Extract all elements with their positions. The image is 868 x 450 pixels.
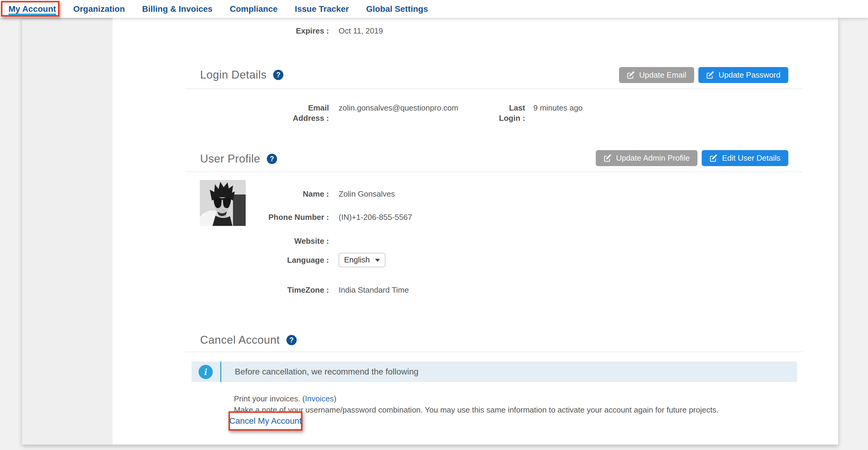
email-address-label: Email Address : bbox=[185, 103, 329, 123]
help-icon[interactable]: ? bbox=[267, 154, 277, 164]
language-cell: English bbox=[339, 253, 385, 267]
timezone-label: TimeZone : bbox=[185, 285, 329, 295]
info-icon: i bbox=[198, 365, 213, 379]
name-label: Name : bbox=[185, 189, 329, 199]
section-divider bbox=[185, 352, 803, 352]
last-login-value: 9 minutes ago bbox=[533, 103, 583, 113]
update-admin-profile-button[interactable]: Update Admin Profile bbox=[596, 150, 698, 166]
phone-number-value: (IN)+1-206-855-5567 bbox=[339, 212, 412, 222]
invoices-line: Print your invoices. (Invoices) bbox=[234, 393, 719, 404]
edit-icon bbox=[706, 71, 714, 79]
update-email-button[interactable]: Update Email bbox=[619, 67, 694, 83]
sidebar-panel bbox=[22, 18, 113, 445]
login-details-section-title: Login Details ? bbox=[200, 68, 283, 81]
section-divider bbox=[185, 172, 803, 172]
edit-icon bbox=[710, 154, 717, 162]
expires-label: Expires : bbox=[185, 26, 329, 36]
cancellation-instructions: Print your invoices. (Invoices) Make a n… bbox=[234, 393, 719, 416]
main-panel: Expires : Oct 11, 2019 Login Details ? U… bbox=[113, 18, 838, 445]
tab-compliance[interactable]: Compliance bbox=[230, 0, 278, 18]
last-login-label: Last Login : bbox=[480, 103, 525, 123]
timezone-row: TimeZone : India Standard Time bbox=[185, 285, 803, 295]
top-navigation: My Account Organization Billing & Invoic… bbox=[0, 0, 868, 18]
tab-issue-tracker[interactable]: Issue Tracker bbox=[295, 0, 349, 18]
content-card: Expires : Oct 11, 2019 Login Details ? U… bbox=[22, 18, 838, 445]
help-icon[interactable]: ? bbox=[286, 335, 297, 345]
email-row: Email Address : zolin.gonsalves@question… bbox=[185, 103, 803, 123]
website-label: Website : bbox=[185, 236, 329, 246]
cancel-account-section-title: Cancel Account ? bbox=[200, 334, 297, 347]
caret-down-icon bbox=[375, 259, 380, 262]
expires-row: Expires : Oct 11, 2019 bbox=[185, 26, 803, 36]
notice-text: Before cancellation, we recommend the fo… bbox=[235, 367, 418, 377]
website-row: Website : bbox=[185, 236, 803, 246]
edit-user-details-button[interactable]: Edit User Details bbox=[702, 150, 788, 166]
tab-my-account-label: My Account bbox=[8, 4, 56, 14]
phone-number-label: Phone Number : bbox=[185, 212, 329, 222]
update-password-button[interactable]: Update Password bbox=[699, 67, 788, 83]
language-select[interactable]: English bbox=[339, 253, 385, 267]
last-login-group: Last Login : 9 minutes ago bbox=[480, 103, 583, 123]
invoices-link[interactable]: Invoices bbox=[305, 394, 334, 403]
cancel-my-account-link[interactable]: Cancel My Account bbox=[229, 416, 302, 426]
edit-icon bbox=[627, 71, 635, 79]
tab-my-account[interactable]: My Account bbox=[8, 0, 56, 18]
timezone-value: India Standard Time bbox=[339, 285, 409, 295]
tab-billing-invoices[interactable]: Billing & Invoices bbox=[142, 0, 213, 18]
active-tab-indicator bbox=[8, 13, 56, 16]
edit-icon bbox=[603, 154, 612, 162]
language-selected-value: English bbox=[344, 254, 370, 265]
tab-organization[interactable]: Organization bbox=[73, 0, 125, 18]
language-label: Language : bbox=[185, 255, 329, 265]
name-row: Name : Zolin Gonsalves bbox=[185, 189, 803, 199]
user-profile-section-title: User Profile ? bbox=[200, 152, 277, 165]
tab-global-settings[interactable]: Global Settings bbox=[366, 0, 428, 18]
help-icon[interactable]: ? bbox=[273, 70, 283, 80]
cancellation-notice-box: i Before cancellation, we recommend the … bbox=[192, 361, 797, 382]
annotation-box-cancel-account: Cancel My Account bbox=[228, 411, 302, 431]
name-value: Zolin Gonsalves bbox=[339, 189, 395, 199]
user-profile-actions: Update Admin Profile Edit User Details bbox=[596, 150, 788, 166]
language-row: Language : English bbox=[185, 253, 803, 267]
expires-value: Oct 11, 2019 bbox=[339, 26, 383, 36]
page: My Account Organization Billing & Invoic… bbox=[0, 0, 868, 450]
section-divider bbox=[185, 89, 803, 89]
notice-vertical-divider bbox=[220, 361, 221, 382]
email-address-value: zolin.gonsalves@questionpro.com bbox=[339, 103, 458, 113]
note-line: Make a note of your username/password co… bbox=[234, 404, 719, 416]
phone-row: Phone Number : (IN)+1-206-855-5567 bbox=[185, 212, 803, 222]
login-details-actions: Update Email Update Password bbox=[619, 67, 788, 83]
